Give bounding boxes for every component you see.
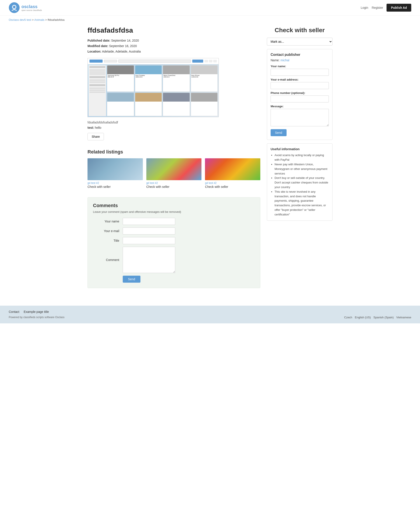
breadcrumb-home-link[interactable]: Osclass dev5 test <box>9 18 31 22</box>
phone-input[interactable] <box>271 96 329 102</box>
osclass-logo-icon <box>9 2 20 13</box>
mock-logo <box>89 60 103 63</box>
mark-as-select[interactable]: Mark as... <box>267 38 333 45</box>
svg-point-2 <box>13 6 16 8</box>
published-date-row: Published date: September 14, 2020 <box>87 38 260 43</box>
name-label: Name: <box>271 58 280 62</box>
breadcrumb-category-link[interactable]: Animals <box>34 18 44 22</box>
useful-info-item-1: Avoid scams by acting locally or paying … <box>274 153 329 162</box>
comments-email-row: Your e-mail <box>93 228 255 234</box>
listing-image: Samsung S8 Pro999.00 $ Acer Predator1600… <box>87 58 219 117</box>
footer-powered: Powered by classifieds scripts software … <box>9 316 64 319</box>
comments-form: Your name Your e-mail Title Comment Send <box>93 218 255 283</box>
check-with-seller-title: Check with seller <box>267 26 333 34</box>
share-button[interactable]: Share <box>87 133 104 140</box>
contact-send-button[interactable]: Send <box>271 129 287 136</box>
related-item-1-title: Check with seller <box>87 185 143 188</box>
phone-label: Phone number (optional): <box>271 91 329 95</box>
useful-info-list: Avoid scams by acting locally or paying … <box>271 153 329 217</box>
comments-send-button[interactable]: Send <box>123 276 140 283</box>
logo-area: osclass open source classifieds <box>9 2 42 13</box>
comments-comment-row: Comment <box>93 247 255 273</box>
comments-name-input[interactable] <box>123 218 175 225</box>
related-item-3-category: gd test #2 <box>205 182 260 185</box>
lang-spanish[interactable]: Spanish (Spain) <box>373 316 394 319</box>
comments-title-input[interactable] <box>123 237 175 244</box>
related-item-3-image <box>205 158 260 180</box>
comments-name-label: Your name <box>93 220 119 223</box>
footer-links: Contact Example page title <box>9 310 411 314</box>
your-email-input[interactable] <box>271 82 329 89</box>
related-item-1-image <box>87 158 143 180</box>
useful-info-title: Useful information <box>271 147 329 151</box>
listing-description: fdsafadsfdsfsafadsfsdf <box>87 121 260 124</box>
contact-publisher-title: Contact publisher <box>271 53 329 57</box>
breadcrumb-separator-1: > <box>32 18 34 22</box>
message-label: Message: <box>271 105 329 108</box>
mock-search-btn <box>192 60 203 63</box>
lang-english[interactable]: English (US) <box>355 316 371 319</box>
message-textarea[interactable] <box>271 109 329 126</box>
publisher-name-link[interactable]: michal <box>280 58 289 62</box>
related-item-1: gd test #2 Check with seller <box>87 158 143 188</box>
comments-email-input[interactable] <box>123 228 175 234</box>
publish-ad-button[interactable]: Publish Ad <box>387 4 411 11</box>
footer-bottom: Powered by classifieds scripts software … <box>9 316 411 319</box>
related-item-2: gd test #2 Check with seller <box>146 158 202 188</box>
your-name-input[interactable] <box>271 69 329 76</box>
register-link[interactable]: Register <box>372 6 383 10</box>
location-label: Location: <box>87 50 101 53</box>
footer-link-example[interactable]: Example page title <box>24 310 49 314</box>
comments-section: Comments Leave your comment (spam and of… <box>87 197 260 288</box>
footer-link-contact[interactable]: Contact <box>9 310 19 314</box>
lang-czech[interactable]: Czech <box>344 316 352 319</box>
modified-date-row: Modified date: September 16, 2020 <box>87 43 260 49</box>
header-nav: Login Register Publish Ad <box>361 4 411 11</box>
contact-publisher-box: Contact publisher Name: michal Your name… <box>267 49 333 140</box>
listing-title: ffdsafadsfdsa <box>87 26 260 34</box>
contact-publisher-name: Name: michal <box>271 58 329 62</box>
related-item-1-category: gd test #2 <box>87 182 143 185</box>
useful-info-item-3: Don't buy or sell outside of your countr… <box>274 176 329 189</box>
main-container: ffdsafadsfdsa Published date: September … <box>79 24 341 297</box>
related-listings-grid: gd test #2 Check with seller gd test #2 … <box>87 158 260 188</box>
breadcrumb-separator-2: > <box>45 18 48 22</box>
related-item-2-category: gd test #2 <box>146 182 202 185</box>
comments-submit-row: Send <box>93 276 255 283</box>
footer-languages: Czech English (US) Spanish (Spain) Vietn… <box>344 316 411 319</box>
published-date-value: September 14, 2020 <box>111 39 139 42</box>
comments-note: Leave your comment (spam and offensive m… <box>93 210 255 213</box>
comments-title-label: Title <box>93 239 119 242</box>
comments-comment-textarea[interactable] <box>123 247 175 273</box>
mock-search-bar <box>118 60 191 63</box>
modified-date-val: September 16, 2020 <box>109 44 137 48</box>
your-email-label: Your e-mail address: <box>271 78 329 81</box>
related-item-3: gd test #2 Check with seller <box>205 158 260 188</box>
login-link[interactable]: Login <box>361 6 368 10</box>
your-name-label: Your name: <box>271 65 329 68</box>
modified-label: Modified date: <box>87 44 108 48</box>
location-row: Location: Adelaide, Adelaide, Australia <box>87 49 260 54</box>
location-val: Adelaide, Adelaide, Australia <box>102 50 141 53</box>
related-item-2-image <box>146 158 202 180</box>
lang-vietnamese[interactable]: Vietnamese <box>396 316 411 319</box>
useful-info-box: Useful information Avoid scams by acting… <box>267 143 333 220</box>
test-val: hello <box>95 126 101 129</box>
comments-name-row: Your name <box>93 218 255 225</box>
related-listings-title: Related listings <box>87 149 260 155</box>
comments-title: Comments <box>93 203 255 209</box>
listing-test: test: hello <box>87 126 260 129</box>
useful-info-item-4: This site is never involved in any trans… <box>274 190 329 217</box>
related-item-3-title: Check with seller <box>205 185 260 188</box>
comments-email-label: Your e-mail <box>93 229 119 233</box>
content-right: Check with seller Mark as... Contact pub… <box>267 24 333 297</box>
related-item-2-title: Check with seller <box>146 185 202 188</box>
comments-comment-label: Comment <box>93 258 119 262</box>
breadcrumb-current: ffdsafadsfdsa <box>48 18 64 22</box>
test-label: test: <box>87 126 94 129</box>
logo-text: osclass open source classifieds <box>21 4 42 11</box>
footer: Contact Example page title Powered by cl… <box>0 306 420 323</box>
published-label: Published date: <box>87 39 110 42</box>
listing-meta: Published date: September 14, 2020 Modif… <box>87 38 260 55</box>
header: osclass open source classifieds Login Re… <box>0 0 420 16</box>
